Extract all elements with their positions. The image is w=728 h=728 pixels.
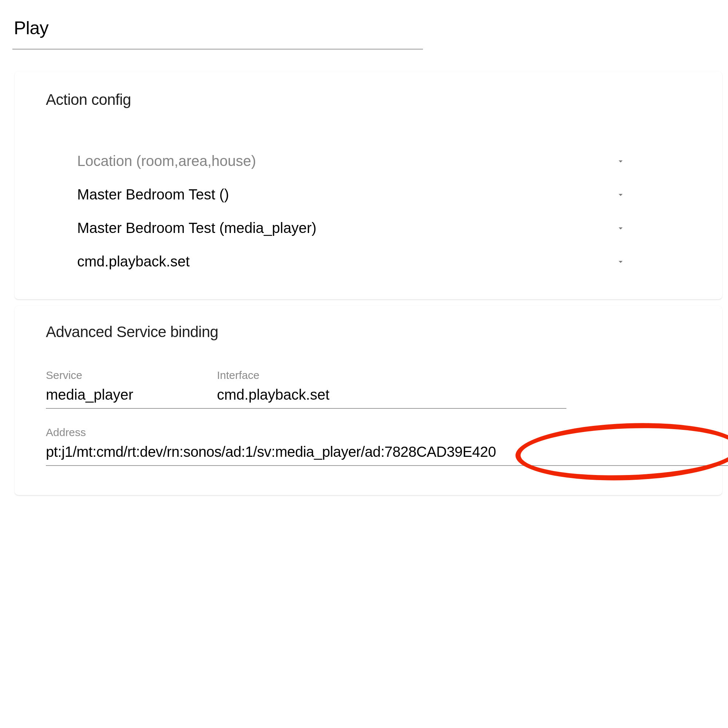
interface-input[interactable] [217,385,566,409]
address-label: Address [46,426,728,439]
advanced-binding-heading: Advanced Service binding [46,323,702,341]
chevron-down-icon [616,218,626,238]
action-config-card: Action config Location (room,area,house)… [15,71,722,299]
action-config-selects: Location (room,area,house) Master Bedroo… [46,144,702,278]
advanced-binding-card: Advanced Service binding Service Interfa… [15,306,722,495]
title-field-container [12,9,423,49]
interface-label: Interface [217,369,566,381]
chevron-down-icon [616,251,626,272]
address-field-group: Address [46,426,728,466]
location-select-label: Location (room,area,house) [77,151,256,171]
interface-field-group: Interface [217,369,566,409]
location-select[interactable]: Location (room,area,house) [77,144,626,177]
service-label: Service [46,369,217,381]
service-input[interactable] [46,385,217,409]
service-interface-row: Service Interface [46,369,566,409]
command-select-label: cmd.playback.set [77,251,190,272]
address-input[interactable] [46,442,728,466]
service-select[interactable]: Master Bedroom Test (media_player) [77,211,626,245]
title-input[interactable] [12,9,423,49]
device-select[interactable]: Master Bedroom Test () [77,177,626,211]
service-field-group: Service [46,369,217,409]
service-select-label: Master Bedroom Test (media_player) [77,218,316,238]
action-config-heading: Action config [46,91,702,109]
command-select[interactable]: cmd.playback.set [77,245,626,278]
chevron-down-icon [616,151,626,171]
device-select-label: Master Bedroom Test () [77,184,229,205]
chevron-down-icon [616,184,626,205]
